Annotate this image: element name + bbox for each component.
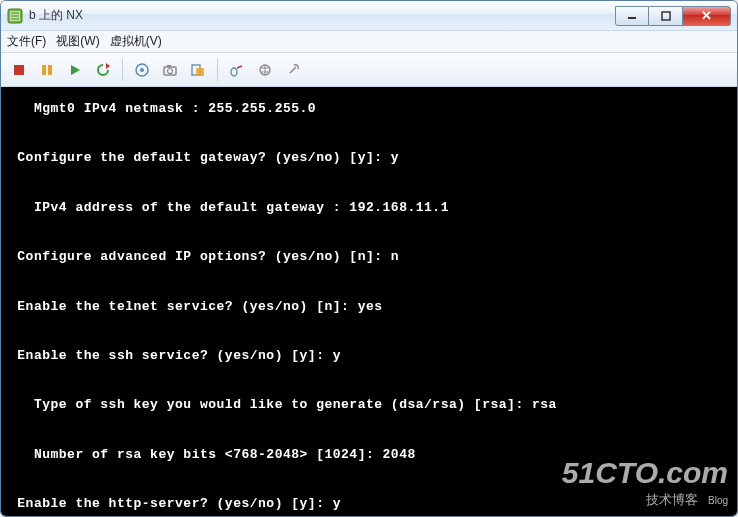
console-output[interactable]: Mgmt0 IPv4 netmask : 255.255.255.0 Confi… bbox=[1, 87, 737, 516]
svg-rect-13 bbox=[167, 65, 171, 67]
svg-marker-8 bbox=[106, 63, 110, 69]
window-title: b 上的 NX bbox=[29, 7, 615, 24]
svg-point-12 bbox=[168, 68, 173, 73]
svg-point-10 bbox=[140, 68, 144, 72]
device-button[interactable] bbox=[225, 58, 249, 82]
app-window: b 上的 NX ✕ 文件(F) 视图(W) 虚拟机(V) bbox=[0, 0, 738, 517]
menubar: 文件(F) 视图(W) 虚拟机(V) bbox=[1, 31, 737, 53]
close-button[interactable]: ✕ bbox=[683, 6, 731, 26]
minimize-button[interactable] bbox=[615, 6, 649, 26]
tools-button[interactable] bbox=[281, 58, 305, 82]
svg-rect-4 bbox=[14, 65, 24, 75]
menu-view[interactable]: 视图(W) bbox=[56, 33, 99, 50]
window-controls: ✕ bbox=[615, 6, 731, 26]
maximize-button[interactable] bbox=[649, 6, 683, 26]
svg-rect-15 bbox=[196, 68, 204, 76]
stop-button[interactable] bbox=[7, 58, 31, 82]
app-icon bbox=[7, 8, 23, 24]
toolbar bbox=[1, 53, 737, 87]
manage-button[interactable] bbox=[186, 58, 210, 82]
restart-button[interactable] bbox=[91, 58, 115, 82]
close-icon: ✕ bbox=[701, 8, 712, 23]
svg-marker-7 bbox=[71, 65, 80, 75]
play-button[interactable] bbox=[63, 58, 87, 82]
camera-icon[interactable] bbox=[158, 58, 182, 82]
svg-rect-3 bbox=[662, 12, 670, 20]
console-text: Mgmt0 IPv4 netmask : 255.255.255.0 Confi… bbox=[9, 101, 665, 516]
menu-file[interactable]: 文件(F) bbox=[7, 33, 46, 50]
toolbar-separator bbox=[217, 59, 218, 81]
network-button[interactable] bbox=[253, 58, 277, 82]
toolbar-separator bbox=[122, 59, 123, 81]
svg-rect-5 bbox=[42, 65, 46, 75]
svg-point-16 bbox=[231, 68, 237, 76]
titlebar[interactable]: b 上的 NX ✕ bbox=[1, 1, 737, 31]
snapshot-button[interactable] bbox=[130, 58, 154, 82]
svg-rect-6 bbox=[48, 65, 52, 75]
menu-vm[interactable]: 虚拟机(V) bbox=[110, 33, 162, 50]
pause-button[interactable] bbox=[35, 58, 59, 82]
